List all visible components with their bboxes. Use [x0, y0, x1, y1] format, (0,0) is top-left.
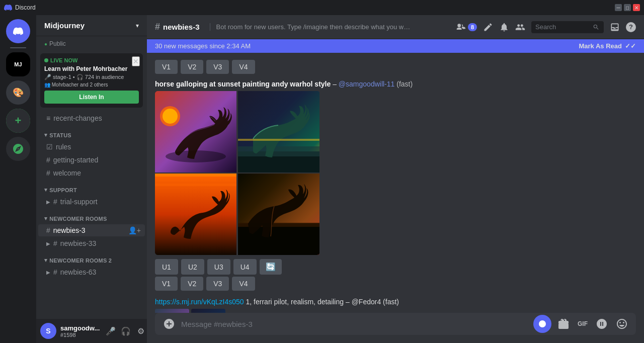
top-v-buttons-row: V1 V2 V3 V4: [147, 57, 644, 78]
listen-in-button[interactable]: Listen In: [44, 91, 139, 104]
sidebar-item-newbies-63[interactable]: ▶ # newbies-63: [38, 266, 145, 278]
category-support[interactable]: ▾ SUPPORT: [36, 180, 147, 195]
home-server-icon[interactable]: [6, 19, 30, 43]
sticker-button[interactable]: [594, 313, 610, 335]
channel-name-header: # newbies-3: [155, 22, 200, 32]
sidebar-item-rules[interactable]: ☑ rules: [38, 141, 145, 153]
explore-icon[interactable]: [6, 137, 30, 161]
minimize-button[interactable]: ─: [615, 4, 622, 11]
close-live-banner-button[interactable]: ✕: [132, 56, 140, 66]
titlebar-controls[interactable]: ─ □ ✕: [615, 4, 640, 11]
live-avatars: 👥 Mohrbacher and 2 others: [44, 82, 139, 88]
user-settings-button[interactable]: ⚙: [134, 324, 147, 338]
preview-thumb-2[interactable]: [191, 309, 225, 313]
preview-thumb-1[interactable]: [155, 309, 189, 313]
channel-sidebar: Midjourney ▾ ● Public ✕ LIVE NOW Learn w…: [36, 15, 147, 343]
horse-image-bottomright[interactable]: [238, 174, 319, 255]
v1-button[interactable]: V1: [155, 277, 178, 291]
titlebar-left: Discord: [4, 4, 36, 12]
hash-icon-gs: #: [46, 156, 50, 164]
horse-image-topleft[interactable]: [155, 91, 236, 173]
category-arrow-icon-nr: ▾: [44, 215, 47, 222]
live-badge-label: LIVE NOW: [50, 57, 77, 63]
sidebar-item-welcome[interactable]: # welcome: [38, 167, 145, 179]
horse-image-bottomleft[interactable]: [155, 174, 236, 255]
v4-button[interactable]: V4: [232, 277, 255, 291]
close-button[interactable]: ✕: [633, 4, 640, 11]
horse-image-topright[interactable]: [238, 91, 319, 173]
server-icon-2[interactable]: 🎨: [6, 80, 30, 105]
category-status[interactable]: ▾ status: [36, 125, 147, 140]
server-public-label: Public: [49, 40, 66, 47]
collapse-arrow-icon-n63: ▶: [46, 270, 50, 275]
server-icon-add[interactable]: +: [6, 109, 30, 133]
horse-message: horse galloping at sunset painting andy …: [147, 78, 644, 295]
search-input[interactable]: [535, 23, 590, 31]
horse-mention[interactable]: @samgoodwill-11: [339, 80, 394, 88]
gif-button[interactable]: GIF: [576, 315, 590, 332]
notification-icon[interactable]: [499, 22, 509, 32]
input-area: GIF: [147, 313, 644, 343]
sidebar-item-getting-started[interactable]: # getting-started: [38, 154, 145, 166]
messages-area[interactable]: V1 V2 V3 V4 horse galloping at sunset pa…: [147, 53, 644, 313]
voice-indicator-inner: [539, 320, 546, 327]
sidebar-item-recent-changes[interactable]: ≡ recent-changes: [38, 112, 145, 124]
sidebar-item-trial-support[interactable]: ▶ # trial-support: [38, 196, 145, 208]
emoji-button[interactable]: [614, 313, 630, 335]
live-title: Learn with Peter Mohrbacher: [44, 65, 139, 72]
channel-hash-icon: #: [155, 22, 160, 32]
members-count: 8: [468, 23, 477, 31]
category-newcomer-rooms[interactable]: ▾ NEWCOMER ROOMS: [36, 208, 147, 224]
sidebar-item-newbies-3[interactable]: # newbies-3 👤+: [38, 224, 145, 236]
category-newcomer-rooms-2[interactable]: ▾ NEWCOMER ROOMS 2: [36, 250, 147, 266]
refresh-button[interactable]: 🔄: [260, 259, 282, 275]
u4-button[interactable]: U4: [233, 259, 257, 275]
svg-rect-10: [155, 184, 236, 186]
top-v2-button[interactable]: V2: [181, 60, 203, 74]
message-input[interactable]: [181, 314, 529, 334]
horse-image-grid[interactable]: [155, 91, 320, 255]
u3-button[interactable]: U3: [207, 259, 230, 275]
search-box[interactable]: [531, 21, 604, 33]
server-header[interactable]: Midjourney ▾: [36, 15, 147, 36]
svg-rect-15: [191, 309, 225, 313]
separator-2: –: [346, 298, 352, 306]
mark-as-read-button[interactable]: Mark As Read ✓✓: [579, 42, 636, 50]
ferrari-mention[interactable]: @Fedor4: [352, 298, 381, 306]
members-list-icon[interactable]: [515, 22, 525, 32]
svg-rect-14: [155, 309, 189, 313]
maximize-button[interactable]: □: [624, 4, 631, 11]
members-icon[interactable]: 8: [456, 22, 477, 32]
top-v3-button[interactable]: V3: [206, 60, 229, 74]
collapse-arrow-icon-n33: ▶: [46, 241, 50, 246]
top-v4-button[interactable]: V4: [232, 60, 255, 74]
deafen-button[interactable]: 🎧: [119, 324, 133, 338]
help-icon[interactable]: ?: [626, 22, 636, 32]
v2-button[interactable]: V2: [181, 277, 203, 291]
mute-button[interactable]: 🎤: [104, 324, 118, 338]
ferrari-link[interactable]: https://s.mj.run/vKqLzI4s050: [155, 298, 244, 306]
live-now-banner: ✕ LIVE NOW Learn with Peter Mohrbacher 🎤…: [40, 53, 143, 108]
gift-button[interactable]: [555, 313, 572, 335]
server-divider: [10, 47, 26, 48]
refresh-icon: 🔄: [266, 263, 276, 271]
attachment-button[interactable]: [161, 313, 177, 335]
new-messages-banner[interactable]: 30 new messages since 2:34 AM Mark As Re…: [147, 39, 644, 53]
top-v1-button[interactable]: V1: [155, 60, 178, 74]
u1-button[interactable]: U1: [155, 259, 178, 275]
hash-icon-ts: #: [53, 198, 57, 206]
voice-indicator[interactable]: [533, 315, 551, 333]
pencil-icon[interactable]: [483, 22, 493, 32]
text-channel-icon: ≡: [46, 114, 50, 122]
user-controls: 🎤 🎧 ⚙: [104, 324, 147, 338]
titlebar: Discord ─ □ ✕: [0, 0, 644, 15]
svg-rect-6: [238, 146, 319, 156]
u2-button[interactable]: U2: [181, 259, 204, 275]
midjourney-server-icon[interactable]: MJ: [6, 52, 30, 76]
v3-button[interactable]: V3: [206, 277, 229, 291]
sidebar-item-newbies-33[interactable]: ▶ # newbies-33: [38, 237, 145, 249]
inbox-icon[interactable]: [610, 22, 620, 32]
server-dropdown-icon: ▾: [136, 22, 139, 29]
hash-icon-n63: #: [53, 268, 57, 276]
user-area: S samgoodw... #1598 🎤 🎧 ⚙: [36, 319, 147, 343]
